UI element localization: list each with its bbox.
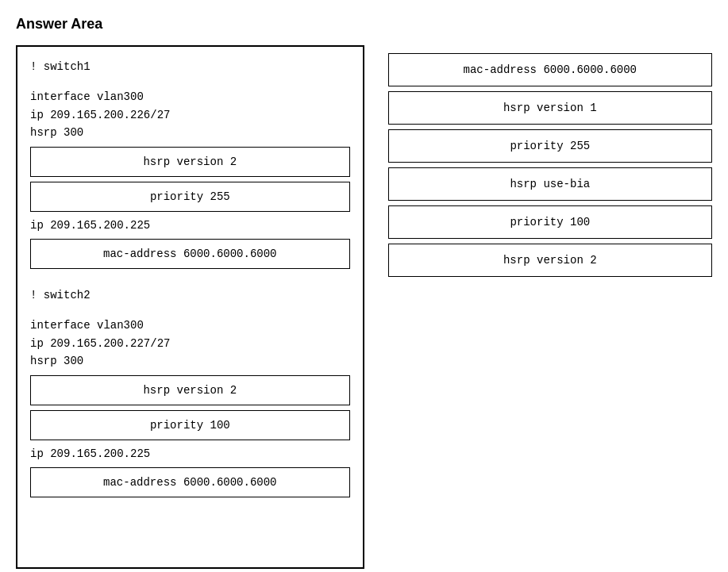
switch1-interface: interface vlan300 [30, 88, 350, 106]
switch1-drag-hsrp-version[interactable]: hsrp version 2 [30, 147, 350, 177]
switch1-drag-mac[interactable]: mac-address 6000.6000.6000 [30, 239, 350, 269]
page-title: Answer Area [16, 16, 712, 33]
switch1-drag-priority[interactable]: priority 255 [30, 182, 350, 212]
switch1-virtual-ip: ip 209.165.200.225 [30, 217, 350, 234]
right-options-panel: mac-address 6000.6000.6000 hsrp version … [388, 45, 712, 277]
option-mac-address[interactable]: mac-address 6000.6000.6000 [388, 53, 712, 86]
answer-area-box: ! switch1 interface vlan300 ip 209.165.2… [16, 45, 364, 569]
switch1-hsrp: hsrp 300 [30, 124, 350, 141]
switch1-comment: ! switch1 [30, 58, 350, 75]
option-hsrp-version-2[interactable]: hsrp version 2 [388, 244, 712, 277]
switch1-ip: ip 209.165.200.226/27 [30, 106, 350, 124]
switch2-comment: ! switch2 [30, 286, 350, 304]
switch2-drag-hsrp-version[interactable]: hsrp version 2 [30, 375, 350, 405]
option-hsrp-use-bia[interactable]: hsrp use-bia [388, 167, 712, 201]
switch2-drag-priority[interactable]: priority 100 [30, 410, 350, 440]
switch2-hsrp: hsrp 300 [30, 352, 350, 370]
main-layout: ! switch1 interface vlan300 ip 209.165.2… [16, 45, 712, 569]
option-hsrp-version-1[interactable]: hsrp version 1 [388, 91, 712, 125]
switch2-drag-mac[interactable]: mac-address 6000.6000.6000 [30, 467, 350, 497]
option-priority-100[interactable]: priority 100 [388, 205, 712, 239]
option-priority-255[interactable]: priority 255 [388, 129, 712, 163]
switch2-ip: ip 209.165.200.227/27 [30, 335, 350, 352]
switch2-interface: interface vlan300 [30, 317, 350, 334]
switch2-virtual-ip: ip 209.165.200.225 [30, 445, 350, 463]
